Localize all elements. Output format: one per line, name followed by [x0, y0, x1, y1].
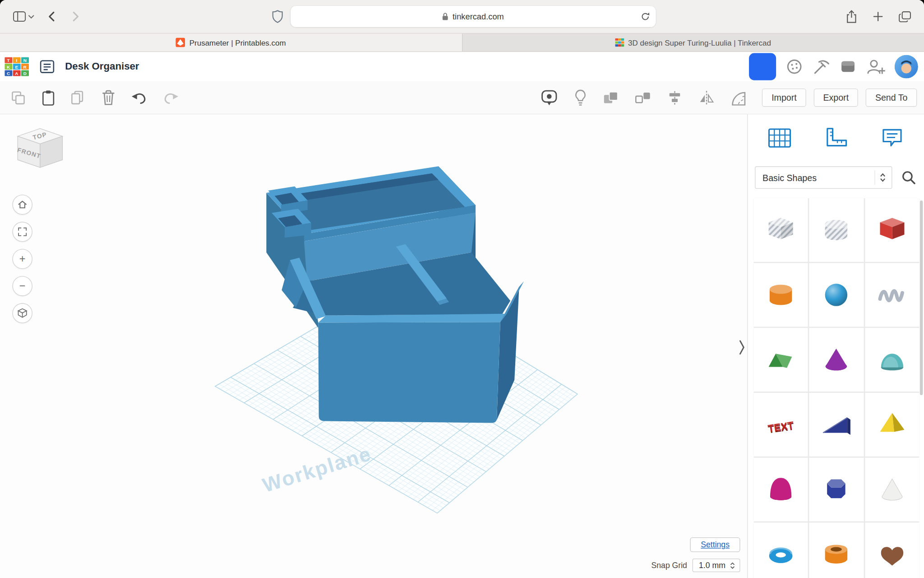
copy-icon[interactable] — [11, 90, 26, 105]
shape-pyramid[interactable] — [865, 393, 919, 457]
tab-label: Prusameter | Printables.com — [189, 38, 286, 47]
roof-icon — [762, 341, 799, 378]
tinkercad-header: TINKERCAD Desk Organiser — [0, 52, 924, 81]
redo-icon[interactable] — [162, 90, 179, 104]
snap-grid-row: Snap Grid 1.0 mm — [651, 559, 740, 572]
shape-roof[interactable] — [754, 328, 808, 392]
sphere-icon — [818, 277, 855, 313]
send-to-button[interactable]: Send To — [866, 89, 917, 107]
new-tab-icon[interactable] — [873, 11, 883, 22]
shape-tube[interactable] — [809, 522, 864, 578]
round-roof-icon — [874, 341, 910, 378]
shape-hole-cylinder[interactable] — [809, 198, 864, 262]
ungroup-icon[interactable] — [635, 90, 651, 105]
panel-collapse-handle[interactable] — [737, 337, 747, 357]
ruler-tool-icon[interactable] — [730, 90, 747, 105]
fit-view-button[interactable] — [12, 222, 32, 242]
hole-cylinder-icon — [818, 212, 855, 248]
tab-overview-icon[interactable] — [899, 11, 911, 22]
shape-cylinder[interactable] — [754, 263, 808, 327]
shape-category-select[interactable]: Basic Shapes — [755, 166, 892, 189]
notes-icon[interactable] — [878, 124, 906, 152]
safari-window: tinkercad.com Prusameter | — [0, 0, 924, 578]
stepper-icon — [730, 562, 735, 569]
shape-scribble[interactable] — [865, 263, 919, 327]
shape-paraboloid[interactable] — [754, 458, 808, 522]
shape-half-sphere[interactable] — [865, 458, 919, 522]
select-stepper-icon — [878, 172, 887, 183]
import-button[interactable]: Import — [762, 89, 806, 107]
tinkercad-logo[interactable]: TINKERCAD — [5, 57, 28, 76]
sidebar-toggle-icon[interactable] — [13, 11, 26, 22]
category-selected-label: Basic Shapes — [762, 172, 874, 182]
hole-box-icon — [762, 212, 799, 248]
back-icon[interactable] — [46, 11, 58, 23]
group-icon[interactable] — [603, 90, 620, 105]
chevron-right-icon — [739, 340, 745, 355]
cone-icon — [818, 341, 855, 378]
show-all-icon[interactable] — [541, 89, 558, 107]
shape-polygon[interactable] — [809, 458, 864, 522]
mirror-icon[interactable] — [698, 90, 715, 105]
duplicate-icon[interactable] — [71, 90, 86, 105]
export-button[interactable]: Export — [814, 89, 858, 107]
tab-label: 3D design Super Turing-Luulia | Tinkerca… — [628, 38, 771, 47]
heart-icon — [874, 536, 910, 573]
ruler-icon[interactable] — [822, 124, 850, 152]
tube-icon — [818, 536, 855, 573]
wedge-icon — [818, 406, 855, 443]
workplane-tool-icon[interactable] — [766, 124, 794, 152]
forward-icon[interactable] — [69, 11, 81, 23]
view-controls: + − — [12, 195, 32, 323]
pickaxe-icon[interactable] — [813, 58, 830, 75]
panel-scrollbar[interactable] — [920, 200, 923, 395]
brick-icon[interactable] — [840, 58, 856, 75]
shape-round-roof[interactable] — [865, 328, 919, 392]
select-divider — [874, 170, 875, 184]
shape-heart[interactable] — [865, 522, 919, 578]
design-title[interactable]: Desk Organiser — [65, 61, 139, 73]
canvas-3d[interactable]: Workplane — [0, 114, 747, 578]
settings-button[interactable]: Settings — [690, 537, 740, 552]
panel-icon-row — [748, 114, 924, 152]
shape-torus[interactable] — [754, 522, 808, 578]
add-person-icon[interactable] — [866, 58, 885, 75]
shape-text[interactable]: TEXTTEXT — [754, 393, 808, 457]
tab-printables[interactable]: Prusameter | Printables.com — [0, 33, 462, 51]
reload-icon[interactable] — [640, 12, 650, 21]
cookie-icon[interactable] — [785, 58, 803, 75]
align-icon[interactable] — [667, 90, 684, 105]
sidebar-chevron-down-icon[interactable] — [28, 14, 34, 19]
cylinder-icon — [762, 277, 799, 313]
tab-tinkercad[interactable]: 3D design Super Turing-Luulia | Tinkerca… — [462, 33, 924, 51]
view-cube[interactable]: TOP FRONT — [14, 125, 66, 172]
design-properties-icon[interactable] — [39, 59, 55, 75]
tinkercad-favicon — [615, 38, 624, 47]
shape-hole-box[interactable] — [754, 198, 808, 262]
shape-panel: Basic Shapes TEXTTEXT — [747, 114, 924, 578]
snap-grid-label: Snap Grid — [651, 561, 687, 570]
zoom-in-button[interactable]: + — [12, 249, 32, 269]
snap-grid-select[interactable]: 1.0 mm — [693, 559, 740, 572]
blocks-view-button[interactable] — [749, 53, 776, 80]
lightbulb-icon[interactable] — [573, 89, 587, 107]
zoom-out-button[interactable]: − — [12, 276, 32, 296]
address-bar[interactable]: tinkercad.com — [290, 6, 656, 27]
shape-wedge[interactable] — [809, 393, 864, 457]
url-text: tinkercad.com — [453, 12, 504, 21]
share-icon[interactable] — [845, 9, 857, 23]
avatar[interactable] — [895, 55, 918, 78]
privacy-shield-icon[interactable] — [271, 10, 283, 23]
shape-cone[interactable] — [809, 328, 864, 392]
shape-sphere[interactable] — [809, 263, 864, 327]
category-row: Basic Shapes — [755, 166, 918, 189]
undo-icon[interactable] — [131, 90, 148, 104]
shape-box[interactable] — [865, 198, 919, 262]
paste-icon[interactable] — [41, 89, 55, 106]
search-icon[interactable] — [899, 168, 918, 187]
delete-icon[interactable] — [102, 90, 116, 106]
perspective-toggle-button[interactable] — [12, 303, 32, 323]
paraboloid-icon — [762, 471, 799, 508]
lock-icon — [442, 12, 448, 20]
home-view-button[interactable] — [12, 195, 32, 214]
